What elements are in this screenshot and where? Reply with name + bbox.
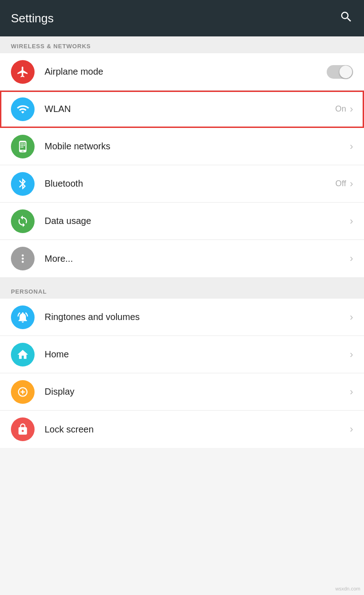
mobile-networks-label: Mobile networks [45,141,349,152]
section-label-wireless: WIRELESS & NETWORKS [0,36,364,53]
bluetooth-status: Off [335,179,346,188]
airplane-mode-label: Airplane mode [45,66,327,77]
ringtones-item[interactable]: Ringtones and volumes › [0,299,364,336]
wireless-settings-list: Airplane mode WLAN On › Mobile networks … [0,53,364,277]
more-item[interactable]: More... › [0,240,364,277]
bluetooth-chevron-icon: › [350,178,353,190]
airplane-mode-item[interactable]: Airplane mode [0,53,364,91]
bluetooth-icon-circle [11,172,35,196]
search-icon[interactable] [339,10,353,27]
wlan-label: WLAN [45,104,335,114]
bluetooth-label: Bluetooth [45,178,335,189]
lock-screen-item[interactable]: Lock screen › [0,411,364,448]
mobile-networks-chevron-icon: › [350,141,353,153]
mobile-networks-icon-circle [11,135,35,158]
more-chevron-icon: › [350,253,353,264]
data-usage-icon-circle [11,209,35,233]
display-chevron-icon: › [350,386,353,398]
section-spacer [0,277,364,282]
app-header: Settings [0,0,364,36]
airplane-mode-toggle[interactable] [327,65,353,79]
home-icon-circle [11,343,35,366]
data-usage-item[interactable]: Data usage › [0,203,364,240]
lock-screen-icon-circle [11,417,35,441]
section-label-personal: PERSONAL [0,282,364,299]
home-chevron-icon: › [350,349,353,361]
lock-screen-label: Lock screen [45,424,349,435]
mobile-networks-item[interactable]: Mobile networks › [0,128,364,165]
wlan-chevron-icon: › [350,103,353,115]
bluetooth-item[interactable]: Bluetooth Off › [0,165,364,203]
ringtones-label: Ringtones and volumes [45,312,349,322]
personal-settings-list: Ringtones and volumes › Home › Display ›… [0,299,364,448]
wlan-status: On [335,104,346,114]
home-label: Home [45,349,349,360]
wlan-icon-circle [11,97,35,121]
more-label: More... [45,254,349,264]
data-usage-label: Data usage [45,216,349,226]
home-item[interactable]: Home › [0,336,364,373]
display-icon-circle [11,380,35,404]
watermark: wsxdn.com [335,586,360,591]
display-item[interactable]: Display › [0,373,364,411]
page-title: Settings [11,11,54,25]
ringtones-chevron-icon: › [350,311,353,323]
airplane-mode-icon-circle [11,60,35,84]
data-usage-chevron-icon: › [350,215,353,227]
wlan-item[interactable]: WLAN On › [0,91,364,128]
toggle-knob [339,66,352,78]
display-label: Display [45,386,349,397]
lock-screen-chevron-icon: › [350,423,353,435]
more-icon-circle [11,247,35,270]
ringtones-icon-circle [11,305,35,329]
